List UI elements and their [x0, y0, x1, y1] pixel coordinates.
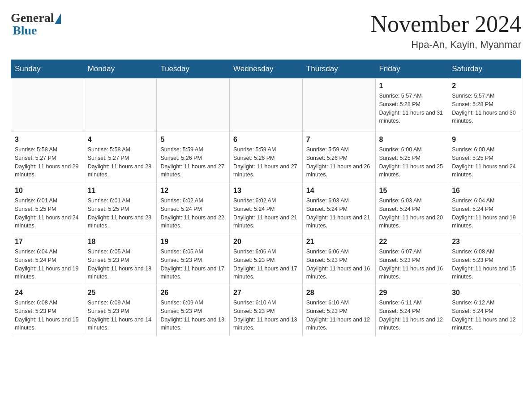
day-number: 26	[160, 289, 226, 297]
calendar-header-row: SundayMondayTuesdayWednesdayThursdayFrid…	[11, 60, 521, 78]
day-info: Sunrise: 6:06 AM Sunset: 5:23 PM Dayligh…	[306, 248, 372, 281]
day-number: 12	[160, 187, 226, 195]
day-number: 20	[233, 238, 299, 246]
day-info: Sunrise: 5:59 AM Sunset: 5:26 PM Dayligh…	[160, 146, 226, 179]
day-info: Sunrise: 6:04 AM Sunset: 5:24 PM Dayligh…	[452, 197, 517, 230]
day-number: 24	[15, 289, 80, 297]
logo-triangle-icon	[55, 13, 61, 24]
day-info: Sunrise: 6:06 AM Sunset: 5:23 PM Dayligh…	[233, 248, 299, 281]
day-number: 19	[160, 238, 226, 246]
day-number: 27	[233, 289, 299, 297]
day-number: 25	[88, 289, 153, 297]
calendar-day-cell: 20Sunrise: 6:06 AM Sunset: 5:23 PM Dayli…	[230, 234, 303, 285]
calendar-day-cell: 26Sunrise: 6:09 AM Sunset: 5:23 PM Dayli…	[157, 285, 230, 336]
day-number: 6	[233, 136, 299, 144]
day-info: Sunrise: 6:05 AM Sunset: 5:23 PM Dayligh…	[88, 248, 153, 281]
calendar-day-cell: 1Sunrise: 5:57 AM Sunset: 5:28 PM Daylig…	[375, 78, 448, 132]
calendar-day-cell: 16Sunrise: 6:04 AM Sunset: 5:24 PM Dayli…	[448, 183, 521, 234]
calendar-day-cell: 25Sunrise: 6:09 AM Sunset: 5:23 PM Dayli…	[84, 285, 157, 336]
calendar-week-row: 10Sunrise: 6:01 AM Sunset: 5:25 PM Dayli…	[11, 183, 521, 234]
day-info: Sunrise: 6:00 AM Sunset: 5:25 PM Dayligh…	[379, 146, 445, 179]
calendar-day-cell: 22Sunrise: 6:07 AM Sunset: 5:23 PM Dayli…	[375, 234, 448, 285]
day-of-week-header: Monday	[84, 60, 157, 78]
calendar-week-row: 24Sunrise: 6:08 AM Sunset: 5:23 PM Dayli…	[11, 285, 521, 336]
calendar-day-cell	[84, 78, 157, 132]
day-info: Sunrise: 6:00 AM Sunset: 5:25 PM Dayligh…	[452, 146, 517, 179]
day-number: 28	[306, 289, 372, 297]
day-number: 1	[379, 82, 445, 90]
calendar-day-cell: 7Sunrise: 5:59 AM Sunset: 5:26 PM Daylig…	[302, 132, 375, 183]
calendar-day-cell: 6Sunrise: 5:59 AM Sunset: 5:26 PM Daylig…	[230, 132, 303, 183]
calendar-day-cell: 24Sunrise: 6:08 AM Sunset: 5:23 PM Dayli…	[11, 285, 84, 336]
day-number: 13	[233, 187, 299, 195]
day-of-week-header: Sunday	[11, 60, 84, 78]
calendar-day-cell	[157, 78, 230, 132]
day-number: 18	[88, 238, 153, 246]
calendar-day-cell: 29Sunrise: 6:11 AM Sunset: 5:24 PM Dayli…	[375, 285, 448, 336]
calendar-day-cell: 2Sunrise: 5:57 AM Sunset: 5:28 PM Daylig…	[448, 78, 521, 132]
calendar-day-cell: 23Sunrise: 6:08 AM Sunset: 5:23 PM Dayli…	[448, 234, 521, 285]
day-of-week-header: Saturday	[448, 60, 521, 78]
location-title: Hpa-An, Kayin, Myanmar	[371, 39, 521, 51]
day-number: 29	[379, 289, 445, 297]
calendar-day-cell: 10Sunrise: 6:01 AM Sunset: 5:25 PM Dayli…	[11, 183, 84, 234]
calendar-day-cell: 3Sunrise: 5:58 AM Sunset: 5:27 PM Daylig…	[11, 132, 84, 183]
calendar-day-cell: 15Sunrise: 6:03 AM Sunset: 5:24 PM Dayli…	[375, 183, 448, 234]
day-number: 4	[88, 136, 153, 144]
day-number: 14	[306, 187, 372, 195]
day-number: 15	[379, 187, 445, 195]
calendar-day-cell	[302, 78, 375, 132]
logo: General Blue	[11, 11, 61, 38]
logo-blue-text: Blue	[11, 23, 37, 38]
day-number: 8	[379, 136, 445, 144]
day-info: Sunrise: 6:10 AM Sunset: 5:23 PM Dayligh…	[233, 299, 299, 332]
day-info: Sunrise: 5:59 AM Sunset: 5:26 PM Dayligh…	[306, 146, 372, 179]
day-number: 22	[379, 238, 445, 246]
calendar-day-cell: 21Sunrise: 6:06 AM Sunset: 5:23 PM Dayli…	[302, 234, 375, 285]
day-number: 16	[452, 187, 517, 195]
calendar-day-cell: 13Sunrise: 6:02 AM Sunset: 5:24 PM Dayli…	[230, 183, 303, 234]
day-info: Sunrise: 6:08 AM Sunset: 5:23 PM Dayligh…	[452, 248, 517, 281]
day-info: Sunrise: 6:01 AM Sunset: 5:25 PM Dayligh…	[15, 197, 80, 230]
day-number: 5	[160, 136, 226, 144]
calendar-week-row: 1Sunrise: 5:57 AM Sunset: 5:28 PM Daylig…	[11, 78, 521, 132]
day-info: Sunrise: 6:02 AM Sunset: 5:24 PM Dayligh…	[160, 197, 226, 230]
calendar-week-row: 3Sunrise: 5:58 AM Sunset: 5:27 PM Daylig…	[11, 132, 521, 183]
month-title: November 2024	[371, 11, 521, 37]
day-number: 7	[306, 136, 372, 144]
day-number: 9	[452, 136, 517, 144]
day-of-week-header: Wednesday	[230, 60, 303, 78]
day-info: Sunrise: 5:57 AM Sunset: 5:28 PM Dayligh…	[379, 92, 445, 125]
day-number: 3	[15, 136, 80, 144]
day-number: 23	[452, 238, 517, 246]
calendar-week-row: 17Sunrise: 6:04 AM Sunset: 5:24 PM Dayli…	[11, 234, 521, 285]
day-info: Sunrise: 6:03 AM Sunset: 5:24 PM Dayligh…	[306, 197, 372, 230]
day-info: Sunrise: 6:08 AM Sunset: 5:23 PM Dayligh…	[15, 299, 80, 332]
calendar-table: SundayMondayTuesdayWednesdayThursdayFrid…	[11, 60, 521, 336]
calendar-day-cell: 5Sunrise: 5:59 AM Sunset: 5:26 PM Daylig…	[157, 132, 230, 183]
day-info: Sunrise: 5:58 AM Sunset: 5:27 PM Dayligh…	[15, 146, 80, 179]
calendar-day-cell: 4Sunrise: 5:58 AM Sunset: 5:27 PM Daylig…	[84, 132, 157, 183]
calendar-day-cell: 30Sunrise: 6:12 AM Sunset: 5:24 PM Dayli…	[448, 285, 521, 336]
day-info: Sunrise: 6:04 AM Sunset: 5:24 PM Dayligh…	[15, 248, 80, 281]
day-info: Sunrise: 6:01 AM Sunset: 5:25 PM Dayligh…	[88, 197, 153, 230]
day-info: Sunrise: 6:09 AM Sunset: 5:23 PM Dayligh…	[160, 299, 226, 332]
day-number: 17	[15, 238, 80, 246]
calendar-day-cell	[11, 78, 84, 132]
calendar-day-cell: 12Sunrise: 6:02 AM Sunset: 5:24 PM Dayli…	[157, 183, 230, 234]
day-info: Sunrise: 6:02 AM Sunset: 5:24 PM Dayligh…	[233, 197, 299, 230]
day-info: Sunrise: 6:09 AM Sunset: 5:23 PM Dayligh…	[88, 299, 153, 332]
page-header: General Blue November 2024 Hpa-An, Kayin…	[11, 11, 521, 51]
day-number: 11	[88, 187, 153, 195]
day-info: Sunrise: 5:57 AM Sunset: 5:28 PM Dayligh…	[452, 92, 517, 125]
day-number: 2	[452, 82, 517, 90]
day-of-week-header: Thursday	[302, 60, 375, 78]
day-of-week-header: Tuesday	[157, 60, 230, 78]
day-number: 21	[306, 238, 372, 246]
day-info: Sunrise: 6:05 AM Sunset: 5:23 PM Dayligh…	[160, 248, 226, 281]
day-info: Sunrise: 6:03 AM Sunset: 5:24 PM Dayligh…	[379, 197, 445, 230]
day-of-week-header: Friday	[375, 60, 448, 78]
day-info: Sunrise: 6:07 AM Sunset: 5:23 PM Dayligh…	[379, 248, 445, 281]
calendar-day-cell: 9Sunrise: 6:00 AM Sunset: 5:25 PM Daylig…	[448, 132, 521, 183]
day-info: Sunrise: 6:10 AM Sunset: 5:23 PM Dayligh…	[306, 299, 372, 332]
